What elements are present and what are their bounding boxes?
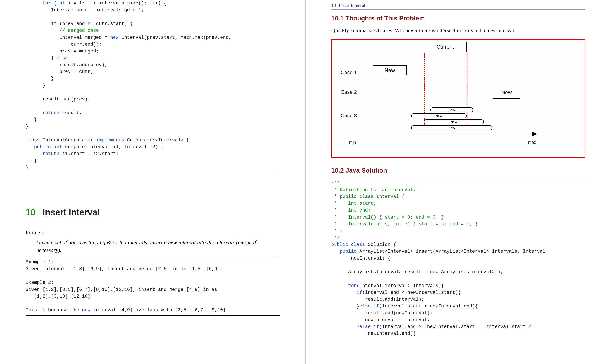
case2-label: Case 2 <box>341 89 357 95</box>
case3-new-box-3: New <box>424 119 484 124</box>
dashed-line-right <box>467 53 467 128</box>
section-10-heading: 10 Insert Interval <box>26 207 280 218</box>
case3-new-box-1: New <box>430 107 473 112</box>
examples-block: Example 1: Given intervals [1,3],[6,9], … <box>26 257 280 316</box>
min-label: min <box>349 140 356 145</box>
case3-new-box-2: New <box>411 114 467 118</box>
page-running-header: 10 Insert Interval <box>331 0 586 10</box>
case2-new-box: New <box>493 87 520 99</box>
left-page: for (int i = 1; i < intervals.size(); i+… <box>0 0 306 364</box>
code-block-merge: for (int i = 1; i < intervals.size(); i+… <box>26 0 280 173</box>
arrow-head-icon <box>532 132 537 136</box>
header-section-title: Insert Interval <box>339 2 365 8</box>
subsection-10-1: 10.1 Thoughts of This Problem <box>331 15 586 22</box>
max-label: max <box>528 140 536 145</box>
case1-new-box: New <box>373 65 407 76</box>
section-number: 10 <box>26 207 35 217</box>
current-box: Current <box>424 42 467 52</box>
code-block-solution: /** * Definition for an interval. * publ… <box>331 178 586 337</box>
thoughts-paragraph: Quickly summarize 3 cases. Whenever ther… <box>331 26 586 35</box>
interval-cases-diagram: Current Case 1 Case 2 Case 3 New New New… <box>331 39 586 158</box>
right-page: 10 Insert Interval 10.1 Thoughts of This… <box>306 0 611 364</box>
number-line <box>349 134 533 134</box>
case3-label: Case 3 <box>341 113 357 118</box>
case1-label: Case 1 <box>341 69 357 76</box>
header-section-num: 10 <box>331 2 336 8</box>
problem-statement: Given a set of non-overlapping & sorted … <box>36 238 280 254</box>
case3-new-box-4: New <box>411 125 492 130</box>
section-title-text: Insert Interval <box>42 207 100 217</box>
problem-label: Problem: <box>26 229 280 236</box>
subsection-10-2: 10.2 Java Solution <box>331 167 586 174</box>
